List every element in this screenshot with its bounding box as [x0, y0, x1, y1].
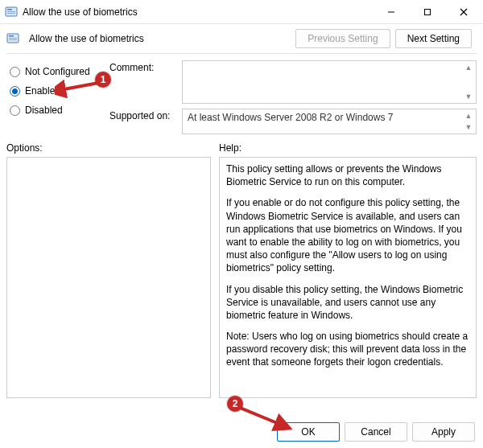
previous-setting-button[interactable]: Previous Setting	[295, 29, 390, 48]
policy-icon	[5, 6, 18, 18]
radio-icon	[10, 67, 20, 77]
radio-label: Enabled	[25, 85, 60, 97]
annotation-badge: 1	[95, 72, 111, 88]
divider	[6, 53, 477, 54]
window-title: Allow the use of biometrics	[23, 6, 373, 18]
state-radio-group: Not Configured Enabled Disabled	[6, 60, 103, 134]
svg-rect-2	[7, 11, 15, 12]
subtitle-row: Allow the use of biometrics Previous Set…	[0, 24, 483, 51]
apply-button[interactable]: Apply	[412, 422, 475, 442]
policy-name: Allow the use of biometrics	[29, 33, 291, 44]
dialog-footer: OK Cancel Apply	[277, 422, 475, 442]
svg-rect-3	[7, 13, 15, 14]
comment-textarea[interactable]: ▲ ▼	[182, 60, 477, 104]
svg-rect-1	[7, 9, 12, 10]
supported-on-label: Supported on:	[109, 109, 175, 121]
minimize-button[interactable]	[373, 1, 409, 23]
help-box[interactable]: This policy setting allows or prevents t…	[219, 157, 477, 398]
scroll-up-icon[interactable]: ▲	[462, 110, 475, 121]
svg-rect-11	[9, 39, 17, 40]
ok-button[interactable]: OK	[277, 422, 340, 442]
comment-label: Comment:	[109, 60, 175, 73]
close-button[interactable]	[445, 1, 481, 23]
policy-icon	[6, 32, 19, 45]
scroll-up-icon[interactable]: ▲	[462, 62, 475, 73]
help-paragraph: Note: Users who log on using biometrics …	[226, 330, 469, 369]
config-area: Not Configured Enabled Disabled Comment:…	[0, 60, 483, 134]
scroll-down-icon[interactable]: ▼	[462, 91, 475, 102]
help-paragraph: This policy setting allows or prevents t…	[226, 162, 469, 188]
help-paragraph: If you enable or do not configure this p…	[226, 196, 469, 274]
radio-label: Not Configured	[25, 66, 90, 77]
options-label: Options:	[6, 142, 211, 154]
supported-on-value: At least Windows Server 2008 R2 or Windo…	[188, 112, 393, 123]
window-controls	[373, 1, 481, 23]
scroll-down-icon[interactable]: ▼	[462, 121, 475, 133]
svg-rect-5	[424, 9, 430, 14]
annotation-badge: 2	[227, 396, 243, 412]
supported-on-field: Supported on: At least Windows Server 20…	[109, 109, 477, 134]
comment-field: Comment: ▲ ▼	[109, 60, 477, 104]
lower-panes: Options: Help: This policy setting allow…	[0, 134, 483, 398]
radio-not-configured[interactable]: Not Configured	[6, 62, 103, 81]
radio-icon	[10, 86, 20, 97]
help-paragraph: If you disable this policy setting, the …	[226, 283, 469, 323]
svg-rect-9	[9, 35, 14, 37]
radio-label: Disabled	[25, 105, 63, 116]
help-label: Help:	[219, 142, 477, 154]
svg-rect-10	[9, 38, 17, 39]
options-box	[6, 157, 211, 398]
radio-enabled[interactable]: Enabled	[6, 81, 103, 101]
next-setting-button[interactable]: Next Setting	[395, 29, 472, 48]
maximize-button[interactable]	[409, 1, 445, 23]
supported-on-value-box: At least Windows Server 2008 R2 or Windo…	[182, 109, 477, 134]
titlebar: Allow the use of biometrics	[0, 0, 483, 24]
radio-disabled[interactable]: Disabled	[6, 101, 103, 120]
radio-icon	[10, 105, 20, 116]
cancel-button[interactable]: Cancel	[345, 422, 407, 442]
